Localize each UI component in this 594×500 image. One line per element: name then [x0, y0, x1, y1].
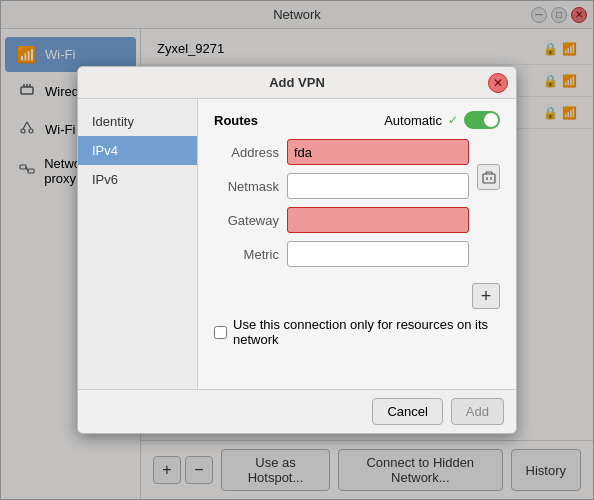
routes-title: Routes	[214, 113, 258, 128]
metric-label: Metric	[214, 247, 279, 262]
dialog-body: Identity IPv4 IPv6 Routes Autom	[78, 99, 516, 389]
dialog-footer: Cancel Add	[78, 389, 516, 433]
add-route-row: +	[214, 283, 500, 309]
automatic-toggle[interactable]	[464, 111, 500, 129]
cancel-button[interactable]: Cancel	[372, 398, 442, 425]
gateway-row: Gateway	[214, 207, 469, 233]
tab-identity[interactable]: Identity	[78, 107, 197, 136]
checkmark-icon: ✓	[448, 113, 458, 127]
dialog-tabs: Identity IPv4 IPv6	[78, 99, 198, 389]
tab-ipv6[interactable]: IPv6	[78, 165, 197, 194]
gateway-label: Gateway	[214, 213, 279, 228]
dialog-content: Routes Automatic ✓ Ad	[198, 99, 516, 389]
address-input[interactable]	[287, 139, 469, 165]
tab-ipv4[interactable]: IPv4	[78, 136, 197, 165]
netmask-input[interactable]	[287, 173, 469, 199]
main-window: Network ─ □ ✕ 📶 Wi-Fi	[0, 0, 594, 500]
netmask-label: Netmask	[214, 179, 279, 194]
add-route-button[interactable]: +	[472, 283, 500, 309]
checkbox-label: Use this connection only for resources o…	[233, 317, 500, 347]
dialog-titlebar: Add VPN ✕	[78, 67, 516, 99]
form-fields: Address Netmask Gateway	[214, 139, 469, 275]
only-resources-checkbox[interactable]	[214, 326, 227, 339]
add-vpn-dialog: Add VPN ✕ Identity IPv4 IPv6	[77, 66, 517, 434]
add-button[interactable]: Add	[451, 398, 504, 425]
routes-header: Routes Automatic ✓	[214, 111, 500, 129]
dialog-close-button[interactable]: ✕	[488, 73, 508, 93]
dialog-title: Add VPN	[269, 75, 325, 90]
delete-row-button[interactable]	[477, 164, 500, 190]
metric-row: Metric	[214, 241, 469, 267]
automatic-label: Automatic	[384, 113, 442, 128]
dialog-overlay: Add VPN ✕ Identity IPv4 IPv6	[0, 0, 594, 500]
form-fields-group: Address Netmask Gateway	[214, 139, 500, 275]
address-row: Address	[214, 139, 469, 165]
address-label: Address	[214, 145, 279, 160]
svg-rect-9	[483, 174, 495, 183]
routes-automatic: Automatic ✓	[384, 111, 500, 129]
checkbox-row: Use this connection only for resources o…	[214, 317, 500, 347]
metric-input[interactable]	[287, 241, 469, 267]
netmask-row: Netmask	[214, 173, 469, 199]
gateway-input[interactable]	[287, 207, 469, 233]
